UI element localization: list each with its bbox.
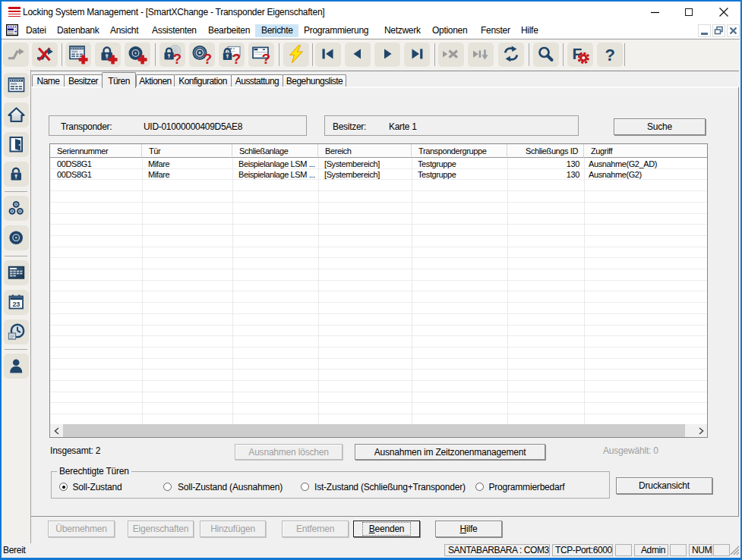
svg-text:?: ? <box>203 51 211 64</box>
svg-text:23: 23 <box>13 300 21 308</box>
svg-text:?: ? <box>605 46 614 64</box>
svg-text:?: ? <box>232 51 240 64</box>
svg-text:?: ? <box>172 51 181 64</box>
svg-text:?: ? <box>261 51 270 64</box>
